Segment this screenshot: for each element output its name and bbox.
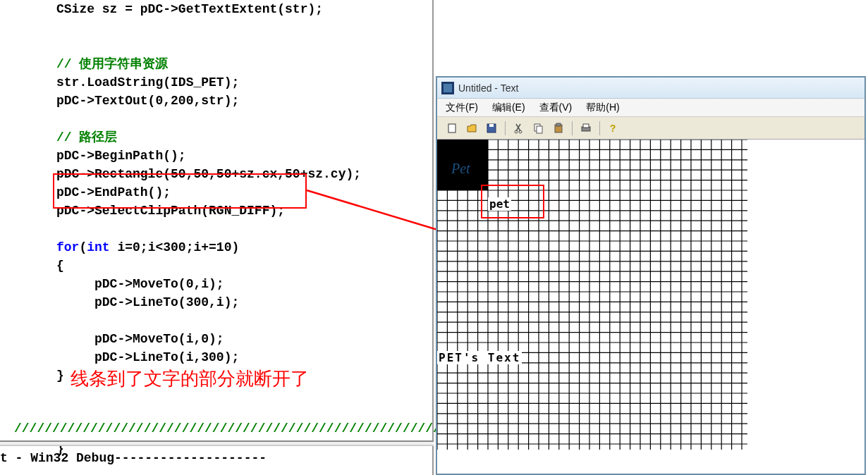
help-button[interactable]: ? <box>604 120 623 137</box>
code-comment: // 路径层 <box>56 130 117 144</box>
cut-button[interactable] <box>510 120 528 137</box>
text-app-window: Untitled - Text 文件(F) 编辑(E) 查看(V) 帮助(H) … <box>436 76 866 475</box>
pane-splitter[interactable] <box>0 440 434 446</box>
menu-help[interactable]: 帮助(H) <box>586 101 619 114</box>
svg-rect-11 <box>583 124 589 128</box>
code-line: pDC->LineTo(i,300); <box>94 350 239 364</box>
paste-icon <box>553 123 564 134</box>
code-line: pDC->BeginPath(); <box>56 149 186 163</box>
paste-button[interactable] <box>549 120 568 137</box>
copy-button[interactable] <box>530 120 548 137</box>
build-status: t - Win32 Debug-------------------- <box>0 451 267 465</box>
print-icon <box>580 123 592 134</box>
new-icon <box>446 123 458 134</box>
code-line: pDC->MoveTo(i,0); <box>94 332 224 346</box>
for-rest: i=0;i<300;i+=10) <box>110 240 240 254</box>
new-button[interactable] <box>443 120 461 137</box>
help-icon: ? <box>608 123 619 134</box>
code-line: str.LoadString(IDS_PET); <box>56 75 239 90</box>
pet-overlay-text: Pet <box>451 161 470 177</box>
menu-edit[interactable]: 编辑(E) <box>492 101 525 114</box>
menu-file[interactable]: 文件(F) <box>446 101 478 114</box>
toolbar-separator <box>572 121 573 135</box>
canvas-area[interactable]: Pet pet PET's Text <box>437 140 864 474</box>
brace-open: { <box>56 259 64 273</box>
title-bar[interactable]: Untitled - Text <box>437 78 864 99</box>
svg-rect-9 <box>556 123 561 126</box>
annotation-text: 线条到了文字的部分就断开了 <box>71 366 309 391</box>
int-keyword: int <box>87 240 109 254</box>
open-button[interactable] <box>463 120 481 137</box>
app-icon <box>441 82 454 94</box>
code-line: CSize sz = pDC->GetTextExtent(str); <box>56 2 323 16</box>
cut-icon <box>513 123 525 134</box>
save-icon <box>486 123 497 134</box>
print-button[interactable] <box>577 120 595 137</box>
toolbar-separator <box>599 121 600 135</box>
pets-text-label: PET's Text <box>437 351 522 364</box>
save-button[interactable] <box>482 120 501 137</box>
code-line: pDC->MoveTo(0,i); <box>94 277 224 291</box>
copy-icon <box>533 123 544 134</box>
code-editor-pane: CSize sz = pDC->GetTextExtent(str); // 使… <box>0 0 434 475</box>
menu-bar: 文件(F) 编辑(E) 查看(V) 帮助(H) <box>437 99 864 117</box>
pet-highlight-box <box>481 185 544 218</box>
svg-rect-1 <box>448 124 456 132</box>
for-keyword: for <box>56 240 79 254</box>
svg-rect-3 <box>489 124 494 127</box>
toolbar: ? <box>437 117 864 140</box>
brace-close: } <box>56 369 64 383</box>
svg-text:?: ? <box>610 123 616 134</box>
menu-view[interactable]: 查看(V) <box>539 101 573 114</box>
open-icon <box>466 123 477 134</box>
code-comment: // 使用字符串资源 <box>56 57 168 71</box>
code-line: pDC->LineTo(300,i); <box>94 295 239 309</box>
svg-rect-7 <box>537 126 542 133</box>
window-title: Untitled - Text <box>458 82 518 94</box>
hatch-divider: ////////////////////////////////////////… <box>14 421 479 436</box>
toolbar-separator <box>505 121 506 135</box>
code-line: pDC->TextOut(0,200,str); <box>56 94 239 108</box>
code-highlight-box <box>53 173 307 209</box>
